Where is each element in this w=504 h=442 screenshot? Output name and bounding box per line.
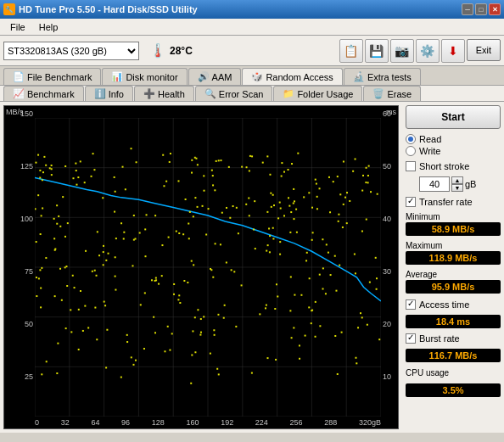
temperature-display: 🌡️ 28°C [149, 42, 193, 59]
tab-label-extra-tests: Extra tests [367, 72, 412, 82]
access-time-stat: 18.4 ms [406, 315, 501, 328]
health-icon: ➕ [143, 88, 155, 99]
tab-benchmark[interactable]: 📈 Benchmark [3, 86, 84, 101]
thermometer-icon: 🌡️ [149, 42, 166, 59]
info-icon: ℹ️ [94, 88, 106, 99]
cpu-usage-stat: 3.5% [406, 383, 501, 397]
access-time-value: 18.4 ms [406, 315, 501, 328]
short-stroke-label: Short stroke [419, 161, 469, 171]
tab-label-erase: Erase [387, 89, 412, 99]
random-access-icon: 🎲 [251, 71, 263, 82]
toolbar-icon-5[interactable]: ⬇ [441, 39, 465, 63]
tab-label-health: Health [158, 89, 185, 99]
tab-erase[interactable]: 🗑️ Erase [363, 86, 421, 101]
toolbar-icons: 📋 💾 📷 ⚙️ ⬇ Exit [339, 39, 501, 63]
radio-read[interactable]: Read [406, 134, 501, 144]
tab-error-scan[interactable]: 🔍 Error Scan [195, 86, 273, 101]
title-bar-icon: 🔧 [3, 3, 15, 15]
toolbar-icon-1[interactable]: 📋 [339, 39, 363, 63]
chart-container: MB/s ms 150 125 100 75 50 25 60 50 40 30… [3, 105, 399, 429]
tab-extra-tests[interactable]: 🔬 Extra tests [344, 68, 421, 85]
transfer-rate-row: Transfer rate [406, 197, 501, 207]
access-time-row: Access time [406, 299, 501, 310]
extra-tests-icon: 🔬 [353, 71, 365, 82]
maximize-button[interactable]: □ [475, 3, 487, 15]
tab-disk-monitor[interactable]: 📊 Disk monitor [102, 68, 187, 85]
minimize-button[interactable]: ─ [462, 3, 473, 15]
file-benchmark-icon: 📄 [13, 71, 25, 82]
cpu-usage-value: 3.5% [406, 383, 501, 397]
radio-read-label: Read [419, 134, 441, 144]
toolbar-icon-2[interactable]: 💾 [365, 39, 389, 63]
transfer-rate-checkbox[interactable] [406, 197, 416, 207]
drive-select[interactable]: ST3320813AS (320 gB) [3, 42, 139, 60]
tab-label-folder-usage: Folder Usage [297, 89, 353, 99]
main-content: MB/s ms 150 125 100 75 50 25 60 50 40 30… [0, 102, 504, 433]
minimum-stat: Minimum 58.9 MB/s [406, 212, 501, 236]
exit-button[interactable]: Exit [467, 39, 501, 61]
cpu-usage-label: CPU usage [406, 368, 501, 378]
transfer-rate-label: Transfer rate [419, 197, 473, 207]
tab-label-disk-monitor: Disk monitor [126, 72, 177, 82]
erase-icon: 🗑️ [372, 88, 384, 99]
spinner-row: ▲ ▼ gB [406, 175, 501, 193]
title-bar-buttons: ─ □ ✕ [462, 3, 501, 15]
gb-spinner-input[interactable] [419, 176, 450, 192]
spinner-down[interactable]: ▼ [451, 184, 463, 192]
maximum-stat: Maximum 118.9 MB/s [406, 241, 501, 265]
start-button[interactable]: Start [406, 105, 501, 129]
radio-group: Read Write [406, 132, 501, 158]
benchmark-chart [35, 118, 381, 417]
tab-label-aam: AAM [212, 72, 232, 82]
error-scan-icon: 🔍 [204, 88, 216, 99]
radio-write-indicator [406, 146, 416, 156]
radio-read-indicator [406, 134, 416, 144]
average-label: Average [406, 270, 501, 279]
access-time-label: Access time [419, 299, 469, 310]
menu-file[interactable]: File [3, 20, 32, 34]
tab-label-benchmark: Benchmark [27, 89, 75, 99]
menu-bar: File Help [0, 19, 504, 36]
tab-file-benchmark[interactable]: 📄 File Benchmark [3, 68, 101, 85]
tab-label-random-access: Random Access [266, 72, 333, 82]
gb-unit-label: gB [465, 179, 476, 189]
y-left-labels: 150 125 100 75 50 25 [4, 106, 35, 428]
tabs-row1: 📄 File Benchmark 📊 Disk monitor 🔊 AAM 🎲 … [0, 66, 504, 86]
short-stroke-checkbox[interactable] [406, 161, 416, 171]
tab-random-access[interactable]: 🎲 Random Access [242, 68, 342, 85]
toolbar: ST3320813AS (320 gB) 🌡️ 28°C 📋 💾 📷 ⚙️ ⬇ … [0, 36, 504, 66]
tab-label-file-benchmark: File Benchmark [27, 72, 92, 82]
maximum-label: Maximum [406, 241, 501, 250]
aam-icon: 🔊 [198, 71, 210, 82]
radio-write-label: Write [419, 146, 440, 156]
tab-info[interactable]: ℹ️ Info [85, 86, 133, 101]
tab-label-error-scan: Error Scan [219, 89, 264, 99]
burst-rate-value: 116.7 MB/s [406, 349, 501, 362]
toolbar-icon-4[interactable]: ⚙️ [416, 39, 440, 63]
benchmark-icon: 📈 [13, 88, 25, 99]
burst-rate-checkbox[interactable] [406, 333, 416, 344]
disk-monitor-icon: 📊 [111, 71, 123, 82]
minimum-label: Minimum [406, 212, 501, 221]
tab-folder-usage[interactable]: 📁 Folder Usage [273, 86, 362, 101]
right-panel: Start Read Write Short stroke ▲ ▼ gB [402, 102, 504, 433]
maximum-value: 118.9 MB/s [406, 251, 501, 265]
short-stroke-row: Short stroke [406, 161, 501, 171]
menu-help[interactable]: Help [32, 20, 65, 34]
access-time-checkbox[interactable] [406, 299, 416, 310]
toolbar-icon-3[interactable]: 📷 [390, 39, 414, 63]
title-bar-text: HD Tune Pro 5.50 - Hard Disk/SSD Utility [19, 4, 462, 14]
tabs-row2: 📈 Benchmark ℹ️ Info ➕ Health 🔍 Error Sca… [0, 86, 504, 102]
spinner-buttons: ▲ ▼ [451, 176, 463, 192]
radio-write[interactable]: Write [406, 146, 501, 156]
temperature-value: 28°C [170, 45, 193, 57]
close-button[interactable]: ✕ [489, 3, 501, 15]
tab-aam[interactable]: 🔊 AAM [188, 68, 242, 85]
tab-label-info: Info [109, 89, 124, 99]
minimum-value: 58.9 MB/s [406, 222, 501, 236]
x-labels: 0 32 64 96 128 160 192 224 256 288 320gB [35, 417, 381, 428]
spinner-up[interactable]: ▲ [451, 176, 463, 184]
tab-health[interactable]: ➕ Health [134, 86, 194, 101]
folder-usage-icon: 📁 [283, 88, 294, 99]
average-value: 95.9 MB/s [406, 280, 501, 294]
